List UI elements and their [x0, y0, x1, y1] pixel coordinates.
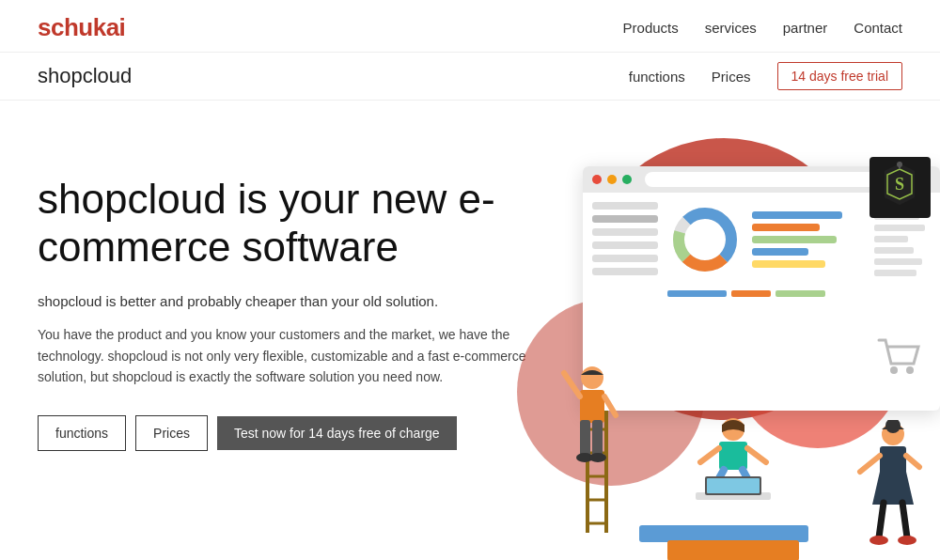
nav-item-2	[592, 215, 658, 223]
legend-2	[731, 290, 771, 297]
nav-item-4	[592, 241, 658, 249]
nav-prices[interactable]: Prices	[712, 69, 751, 85]
svg-line-38	[879, 503, 884, 537]
svg-line-36	[860, 456, 880, 472]
right-row-7	[874, 270, 916, 276]
tag-shape: S	[879, 162, 921, 213]
hero-buttons: functions Prices Test now for 14 days fr…	[38, 415, 526, 451]
nav-item-3	[592, 228, 658, 236]
svg-text:S: S	[895, 175, 904, 194]
person1-svg	[559, 364, 625, 476]
hero-sub1: shopcloud is better and probably cheaper…	[38, 293, 526, 309]
people-area	[545, 326, 940, 560]
right-row-4	[874, 236, 908, 242]
svg-line-27	[747, 448, 766, 462]
nav-services[interactable]: services	[705, 20, 757, 36]
nav-contact[interactable]: Contact	[854, 20, 902, 36]
svg-rect-25	[719, 442, 747, 470]
svg-point-16	[581, 366, 603, 389]
legend-1	[667, 290, 727, 297]
svg-line-37	[906, 456, 919, 467]
person3-svg	[855, 420, 931, 552]
hero-heading: shopcloud is your new e-commerce softwar…	[38, 176, 526, 271]
nav-item-5	[592, 255, 658, 262]
svg-line-39	[902, 503, 907, 537]
svg-line-18	[564, 373, 580, 397]
svg-point-41	[898, 536, 916, 545]
right-row-5	[874, 247, 914, 254]
header-bottom: shopcloud functions Prices 14 days free …	[0, 53, 940, 101]
platform-orange	[667, 540, 799, 560]
btn-functions[interactable]: functions	[38, 415, 126, 451]
hero-illustration: S	[489, 110, 940, 560]
bar-3	[752, 236, 837, 243]
svg-rect-21	[592, 420, 603, 458]
right-row-3	[874, 225, 925, 231]
nav-products[interactable]: Products	[623, 20, 679, 36]
nav-functions[interactable]: functions	[629, 69, 685, 85]
svg-rect-20	[580, 420, 590, 458]
dot-red	[592, 175, 602, 184]
brand-schukai: schukai	[38, 13, 125, 42]
svg-point-40	[870, 536, 888, 545]
svg-point-23	[589, 453, 606, 462]
bar-2	[752, 224, 820, 231]
nav-partner[interactable]: partner	[783, 20, 828, 36]
legend-3	[776, 290, 825, 297]
nav-item-6	[592, 268, 658, 275]
bar-4	[752, 248, 808, 256]
dot-yellow	[607, 175, 617, 184]
btn-prices[interactable]: Prices	[135, 415, 208, 451]
bar-1	[752, 211, 842, 219]
person2-svg	[691, 415, 776, 519]
trial-button[interactable]: 14 days free trial	[777, 62, 903, 90]
brand-shopcloud: shopcloud	[38, 64, 132, 88]
svg-rect-35	[880, 446, 906, 474]
bar-area	[752, 211, 865, 268]
nav-top: Products services partner Contact	[623, 20, 902, 36]
svg-rect-32	[707, 478, 760, 493]
hero-section: shopcloud is your new e-commerce softwar…	[0, 101, 940, 560]
nav-bottom: functions Prices 14 days free trial	[629, 62, 902, 90]
header-top: schukai Products services partner Contac…	[0, 0, 940, 53]
right-row-6	[874, 258, 922, 265]
svg-line-26	[700, 448, 719, 462]
hero-text-block: shopcloud is your new e-commerce softwar…	[38, 148, 526, 451]
svg-rect-17	[580, 390, 604, 423]
donut-chart	[667, 202, 743, 277]
btn-trial-hero[interactable]: Test now for 14 days free of charge	[217, 416, 457, 450]
dot-green	[622, 175, 632, 184]
tag-icon: S	[870, 157, 931, 218]
hero-sub2: You have the product and you know your c…	[38, 324, 526, 387]
bar-5	[752, 260, 825, 268]
donut-area	[667, 202, 865, 277]
svg-line-19	[604, 397, 616, 415]
nav-item-1	[592, 202, 658, 210]
